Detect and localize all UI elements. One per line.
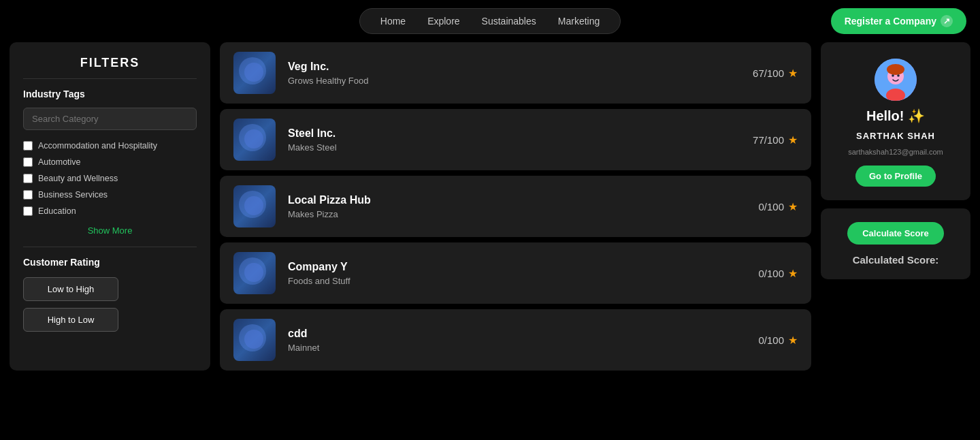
company-name-veg-inc: Veg Inc. <box>288 61 740 73</box>
filter-divider <box>23 247 197 247</box>
customer-rating-label: Customer Rating <box>23 257 197 268</box>
avatar-svg <box>875 59 917 101</box>
nav-pill: Home Explore Sustainables Marketing <box>359 8 621 34</box>
company-info-steel-inc: Steel Inc. Makes Steel <box>288 127 740 153</box>
nav-item-marketing[interactable]: Marketing <box>549 13 609 29</box>
filters-title: FILTERS <box>23 56 197 79</box>
navbar: Home Explore Sustainables Marketing Regi… <box>0 0 980 42</box>
company-desc-veg-inc: Grows Healthy Food <box>288 76 740 86</box>
nav-item-home[interactable]: Home <box>371 13 415 29</box>
company-score-company-y: 0/100 ★ <box>758 267 798 280</box>
profile-card: Hello! ✨ SARTHAK SHAH sarthakshah123@gma… <box>821 42 970 200</box>
hello-text: Hello! ✨ <box>866 108 925 124</box>
company-info-cdd: cdd Mainnet <box>288 328 746 353</box>
search-category-input[interactable] <box>23 108 197 130</box>
category-education[interactable]: Education <box>23 206 197 216</box>
company-info-veg-inc: Veg Inc. Grows Healthy Food <box>288 61 740 86</box>
company-card-steel-inc[interactable]: Steel Inc. Makes Steel 77/100 ★ <box>220 109 811 170</box>
company-card-pizza-hub[interactable]: Local Pizza Hub Makes Pizza 0/100 ★ <box>220 176 811 237</box>
company-card-veg-inc[interactable]: Veg Inc. Grows Healthy Food 67/100 ★ <box>220 42 811 104</box>
checkbox-beauty[interactable] <box>23 174 33 183</box>
go-to-profile-button[interactable]: Go to Profile <box>855 166 936 187</box>
calculate-score-button[interactable]: Calculate Score <box>847 222 944 245</box>
svg-point-2 <box>887 64 904 75</box>
company-desc-steel-inc: Makes Steel <box>288 142 740 153</box>
star-icon-pizza-hub: ★ <box>788 200 798 213</box>
category-checkbox-list: Accommodation and Hospitality Automotive… <box>23 141 197 216</box>
category-beauty[interactable]: Beauty and Wellness <box>23 174 197 183</box>
company-logo-pizza-hub <box>233 185 276 227</box>
show-more-button[interactable]: Show More <box>88 225 133 236</box>
user-email: sarthakshah123@gmail.com <box>848 148 943 156</box>
register-company-button[interactable]: Register a Company ↗ <box>831 8 966 34</box>
star-icon-steel-inc: ★ <box>788 133 798 146</box>
company-score-steel-inc: 77/100 ★ <box>753 133 798 146</box>
company-logo-steel-inc <box>233 119 276 161</box>
checkbox-business[interactable] <box>23 190 33 200</box>
company-name-company-y: Company Y <box>288 261 746 273</box>
company-score-veg-inc: 67/100 ★ <box>753 67 798 80</box>
company-desc-cdd: Mainnet <box>288 343 746 353</box>
checkbox-education[interactable] <box>23 206 33 216</box>
avatar <box>875 59 917 101</box>
company-score-cdd: 0/100 ★ <box>758 334 798 347</box>
company-info-pizza-hub: Local Pizza Hub Makes Pizza <box>288 194 746 219</box>
low-to-high-button[interactable]: Low to High <box>23 277 118 301</box>
category-accommodation[interactable]: Accommodation and Hospitality <box>23 141 197 151</box>
category-automotive[interactable]: Automotive <box>23 157 197 167</box>
star-icon-company-y: ★ <box>788 267 798 280</box>
company-name-pizza-hub: Local Pizza Hub <box>288 194 746 206</box>
high-to-low-button[interactable]: High to Low <box>23 308 118 332</box>
company-info-company-y: Company Y Foods and Stuff <box>288 261 746 286</box>
svg-point-5 <box>897 74 900 77</box>
filters-panel: FILTERS Industry Tags Accommodation and … <box>10 42 210 371</box>
category-business[interactable]: Business Services <box>23 190 197 200</box>
company-score-pizza-hub: 0/100 ★ <box>758 200 798 213</box>
main-layout: FILTERS Industry Tags Accommodation and … <box>0 42 980 380</box>
company-desc-company-y: Foods and Stuff <box>288 276 746 286</box>
company-name-cdd: cdd <box>288 328 746 340</box>
company-logo-veg-inc <box>233 52 276 94</box>
company-card-cdd[interactable]: cdd Mainnet 0/100 ★ <box>220 309 811 371</box>
user-name: SARTHAK SHAH <box>856 131 935 141</box>
sparkle-icon: ✨ <box>908 108 925 123</box>
star-icon-cdd: ★ <box>788 334 798 347</box>
right-panel: Hello! ✨ SARTHAK SHAH sarthakshah123@gma… <box>821 42 970 371</box>
nav-item-sustainables[interactable]: Sustainables <box>472 13 546 29</box>
company-logo-company-y <box>233 252 276 294</box>
company-card-company-y[interactable]: Company Y Foods and Stuff 0/100 ★ <box>220 242 811 304</box>
checkbox-accommodation[interactable] <box>23 141 33 151</box>
external-link-icon: ↗ <box>941 15 953 27</box>
calculated-score-label: Calculated Score: <box>853 254 939 266</box>
companies-list: Veg Inc. Grows Healthy Food 67/100 ★ Ste… <box>220 42 811 371</box>
company-name-steel-inc: Steel Inc. <box>288 127 740 140</box>
score-card: Calculate Score Calculated Score: <box>821 208 970 279</box>
register-company-label: Register a Company <box>845 16 936 27</box>
checkbox-automotive[interactable] <box>23 157 33 167</box>
star-icon-veg-inc: ★ <box>788 67 798 80</box>
company-desc-pizza-hub: Makes Pizza <box>288 209 746 219</box>
industry-tags-label: Industry Tags <box>23 89 197 99</box>
company-logo-cdd <box>233 319 276 361</box>
svg-point-4 <box>892 74 894 77</box>
nav-item-explore[interactable]: Explore <box>418 13 469 29</box>
